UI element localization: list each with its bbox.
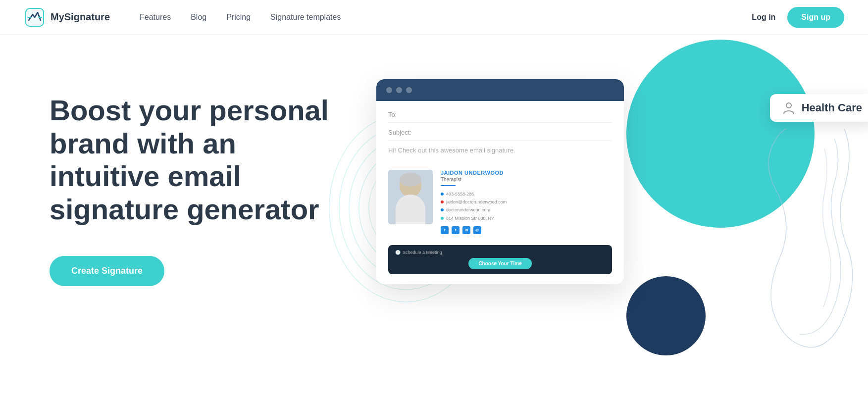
email-body: To: Subject: Hi! Check out this awesome …	[376, 101, 624, 284]
signature-card: JAIDON UNDERWOOD Therapist 403-5558-286 …	[388, 164, 612, 240]
logo-icon	[24, 6, 46, 28]
nav-right: Log in Sign up	[752, 7, 844, 28]
hero-title: Boost your personal brand with an intuit…	[50, 94, 347, 226]
person-icon	[782, 101, 796, 115]
email-header	[376, 79, 624, 101]
navbar: MySignature Features Blog Pricing Signat…	[0, 0, 868, 35]
header-dot-2	[396, 87, 402, 93]
doctor-photo	[388, 170, 433, 224]
svg-point-10	[400, 173, 421, 187]
login-button[interactable]: Log in	[752, 13, 775, 22]
nav-signature-templates[interactable]: Signature templates	[270, 13, 341, 22]
logo[interactable]: MySignature	[24, 6, 110, 28]
email-message: Hi! Check out this awesome email signatu…	[388, 147, 612, 154]
nav-pricing[interactable]: Pricing	[226, 13, 251, 22]
linkedin-icon: in	[462, 226, 470, 234]
email-subject-field: Subject:	[388, 129, 612, 141]
signature-info: JAIDON UNDERWOOD Therapist 403-5558-286 …	[441, 170, 612, 234]
sig-address: 814 Mission Str 600, NY	[441, 214, 612, 222]
create-signature-button[interactable]: Create Signature	[50, 256, 164, 286]
sig-contact: 403-5558-286 jaidon@doctorunderwood.com …	[441, 190, 612, 222]
meeting-label: 🕐 Schedule a Meeting	[395, 250, 605, 255]
email-dot	[441, 200, 444, 203]
meeting-block: 🕐 Schedule a Meeting Choose Your Time	[388, 245, 612, 274]
logo-text: MySignature	[51, 11, 110, 23]
signup-button[interactable]: Sign up	[787, 7, 844, 28]
nav-features[interactable]: Features	[140, 13, 171, 22]
email-window: To: Subject: Hi! Check out this awesome …	[376, 79, 624, 284]
sig-social: f t in @	[441, 226, 612, 234]
sig-web: doctorunderwood.com	[441, 206, 612, 214]
navy-circle-decoration	[626, 276, 706, 355]
web-dot	[441, 208, 444, 211]
facebook-icon: f	[441, 226, 449, 234]
hero-right: To: Subject: Hi! Check out this awesome …	[347, 69, 844, 395]
sig-email: jaidon@doctorunderwood.com	[441, 198, 612, 206]
header-dot-3	[406, 87, 412, 93]
twitter-icon: t	[452, 226, 460, 234]
svg-point-11	[786, 103, 791, 108]
sig-divider	[441, 185, 456, 186]
addr-dot	[441, 217, 444, 220]
health-care-badge: Health Care	[770, 94, 868, 122]
nav-links: Features Blog Pricing Signature template…	[140, 13, 752, 22]
abstract-shape-decoration	[755, 129, 854, 351]
sig-phone: 403-5558-286	[441, 190, 612, 198]
email-icon: @	[473, 226, 481, 234]
header-dot-1	[386, 87, 392, 93]
hero-section: Boost your personal brand with an intuit…	[0, 35, 868, 395]
phone-dot	[441, 193, 444, 196]
sig-title: Therapist	[441, 177, 612, 182]
email-to-field: To:	[388, 111, 612, 123]
hero-left: Boost your personal brand with an intuit…	[50, 69, 347, 286]
nav-blog[interactable]: Blog	[191, 13, 206, 22]
health-care-text: Health Care	[802, 101, 862, 114]
choose-time-button[interactable]: Choose Your Time	[468, 258, 531, 269]
sig-name: JAIDON UNDERWOOD	[441, 170, 612, 176]
